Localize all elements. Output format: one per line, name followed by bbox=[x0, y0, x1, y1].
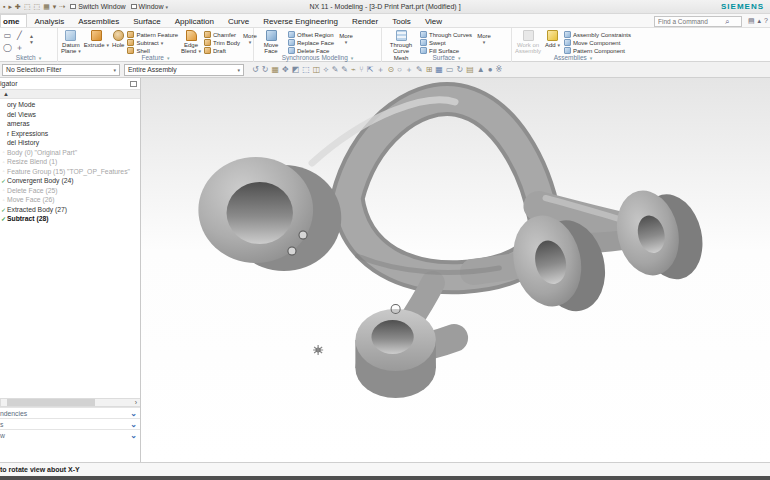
group-label-surface[interactable]: Surface bbox=[382, 53, 511, 62]
utility-icon[interactable]: ⌁ bbox=[351, 66, 356, 74]
feature-command-row[interactable]: Subtract bbox=[127, 39, 178, 46]
tree-item-subtract-28[interactable]: ✓ Subtract (28) bbox=[0, 214, 140, 224]
utility-icon[interactable]: ＋ bbox=[376, 66, 384, 74]
utility-icon[interactable]: ⑂ bbox=[359, 66, 364, 74]
group-label-assemblies[interactable]: Assemblies bbox=[512, 53, 634, 62]
utility-icon[interactable]: ▲ bbox=[477, 66, 485, 74]
tree-item-convergent-body-24[interactable]: ✓ Convergent Body (24) bbox=[0, 176, 140, 186]
sync-command-row[interactable]: Replace Face bbox=[288, 39, 334, 46]
surface-command-row[interactable]: Through Curves bbox=[420, 31, 472, 38]
utility-icon[interactable]: ＋ bbox=[405, 66, 413, 74]
sketch-scroll-arrows[interactable]: ▲▼ bbox=[29, 29, 34, 45]
extrude-button[interactable]: Extrude bbox=[84, 29, 109, 48]
quick-access-icon[interactable]: ▾ bbox=[53, 3, 57, 10]
utility-icon[interactable]: ✎ bbox=[341, 66, 348, 74]
assembly-command-row[interactable]: Move Component bbox=[564, 39, 631, 46]
tab-view[interactable]: View bbox=[418, 15, 449, 27]
tree-item-icon[interactable]: ✓ bbox=[0, 215, 7, 222]
tree-item-model-views[interactable]: del Views bbox=[0, 110, 140, 120]
selection-scope-dropdown[interactable]: Entire Assembly ▾ bbox=[124, 64, 244, 76]
find-command-input[interactable] bbox=[655, 18, 725, 25]
tab-surface[interactable]: Surface bbox=[126, 15, 168, 27]
tree-item-icon[interactable]: ✓ bbox=[0, 177, 7, 184]
graphics-viewport[interactable] bbox=[141, 78, 770, 462]
tree-item-icon[interactable]: ◦ bbox=[0, 149, 7, 155]
ribbon-minimize-icon[interactable]: ▤ bbox=[748, 17, 755, 25]
tree-item-user-expressions[interactable]: r Expressions bbox=[0, 129, 140, 139]
feature-command-row[interactable]: Pattern Feature bbox=[127, 31, 178, 38]
utility-icon[interactable]: ⬚ bbox=[302, 66, 310, 74]
tree-column-header[interactable]: ▲ bbox=[0, 90, 140, 99]
tab-assemblies[interactable]: Assemblies bbox=[71, 15, 126, 27]
sync-more-button[interactable]: More▾ bbox=[337, 29, 355, 45]
3d-part-model[interactable] bbox=[141, 78, 770, 462]
edge-blend-button[interactable]: Edge Blend bbox=[181, 29, 201, 55]
assembly-command-row[interactable]: Assembly Constraints bbox=[564, 31, 631, 38]
utility-icon[interactable]: ✎ bbox=[332, 66, 339, 74]
sync-command-row[interactable]: Offset Region bbox=[288, 31, 334, 38]
chevron-up-icon[interactable]: ▴ bbox=[758, 17, 762, 25]
tree-item-cameras[interactable]: ameras bbox=[0, 119, 140, 129]
find-command-box[interactable]: ⌕ bbox=[654, 16, 742, 27]
tab-reverse-engineering[interactable]: Reverse Engineering bbox=[256, 15, 345, 27]
tree-item-icon[interactable]: ◦ bbox=[0, 159, 7, 165]
sketch-tool-icon[interactable]: ＋ bbox=[15, 43, 24, 52]
tab-home[interactable]: ome bbox=[0, 14, 27, 27]
tab-curve[interactable]: Curve bbox=[221, 15, 256, 27]
datum-plane-button[interactable]: Datum Plane bbox=[61, 29, 81, 55]
window-menu-button[interactable]: Window ▾ bbox=[131, 3, 168, 10]
tree-item-icon[interactable]: ✓ bbox=[0, 206, 7, 213]
horizontal-scrollbar[interactable]: › bbox=[0, 398, 141, 407]
utility-icon[interactable]: ○ bbox=[397, 66, 402, 74]
utility-icon[interactable]: ⊞ bbox=[426, 66, 433, 74]
switch-window-button[interactable]: Switch Window bbox=[70, 3, 125, 10]
utility-icon[interactable]: ✎ bbox=[416, 66, 423, 74]
tree-item-feature-group-15[interactable]: ◦ Feature Group (15) "TOP_OP_Features" bbox=[0, 167, 140, 177]
utility-icon[interactable]: ※ bbox=[496, 66, 503, 74]
tree-item-history-mode[interactable]: ory Mode bbox=[0, 100, 140, 110]
tree-item-extracted-body-27[interactable]: ✓ Extracted Body (27) bbox=[0, 205, 140, 215]
surface-more-button[interactable]: More▾ bbox=[475, 29, 493, 45]
group-label-synchronous-modeling[interactable]: Synchronous Modeling bbox=[254, 53, 381, 62]
utility-icon[interactable]: ▭ bbox=[446, 66, 454, 74]
add-component-button[interactable]: Add bbox=[544, 29, 561, 48]
utility-icon[interactable]: ⟡ bbox=[323, 66, 328, 74]
panel-window-icon[interactable] bbox=[130, 81, 137, 87]
scrollbar-thumb[interactable] bbox=[7, 399, 95, 406]
group-label-sketch[interactable]: Sketch bbox=[0, 53, 57, 62]
utility-icon[interactable]: ↻ bbox=[456, 66, 463, 74]
utility-icon[interactable]: ⇱ bbox=[367, 66, 374, 74]
utility-icon[interactable]: ▤ bbox=[466, 66, 474, 74]
tree-item-icon[interactable]: ◦ bbox=[0, 168, 7, 174]
utility-icon[interactable]: ▦ bbox=[271, 66, 279, 74]
tab-tools[interactable]: Tools bbox=[385, 15, 418, 27]
quick-access-icon[interactable]: ⬚ bbox=[24, 3, 31, 10]
tree-item-model-history[interactable]: del History bbox=[0, 138, 140, 148]
dynamic-csys-icon[interactable] bbox=[313, 345, 323, 355]
sketch-tool-icon[interactable]: ▭ bbox=[3, 31, 12, 40]
quick-access-icon[interactable]: ▪ bbox=[3, 3, 5, 10]
feature-command-row[interactable]: Chamfer bbox=[204, 31, 240, 38]
scroll-right-arrow[interactable]: › bbox=[132, 399, 140, 406]
tab-render[interactable]: Render bbox=[345, 15, 385, 27]
surface-command-row[interactable]: Swept bbox=[420, 39, 472, 46]
move-face-button[interactable]: Move Face bbox=[257, 29, 285, 55]
group-label-feature[interactable]: Feature bbox=[58, 53, 253, 62]
quick-access-icon[interactable]: ▸ bbox=[8, 3, 12, 10]
quick-access-icon[interactable]: ⬚ bbox=[34, 3, 41, 10]
help-icon[interactable]: ? bbox=[764, 17, 768, 25]
tree-item-move-face-26[interactable]: ◦ Move Face (26) bbox=[0, 195, 140, 205]
selection-filter-dropdown[interactable]: No Selection Filter ▾ bbox=[2, 64, 120, 76]
sketch-tool-icon[interactable]: ◯ bbox=[3, 43, 12, 52]
tab-application[interactable]: Application bbox=[168, 15, 221, 27]
section-dependencies[interactable]: ndencies ⌄ bbox=[0, 407, 141, 418]
utility-icon[interactable]: ⊙ bbox=[387, 66, 394, 74]
tab-analysis[interactable]: Analysis bbox=[27, 15, 71, 27]
tree-item-icon[interactable]: ◦ bbox=[0, 187, 7, 193]
utility-icon[interactable]: ✥ bbox=[282, 66, 289, 74]
quick-access-icon[interactable]: ✚ bbox=[15, 3, 21, 10]
sketch-tool-icon[interactable]: ╱ bbox=[15, 31, 24, 40]
feature-command-row[interactable]: Trim Body bbox=[204, 39, 240, 46]
utility-icon[interactable]: ◫ bbox=[313, 66, 321, 74]
utility-icon[interactable]: ◩ bbox=[292, 66, 300, 74]
